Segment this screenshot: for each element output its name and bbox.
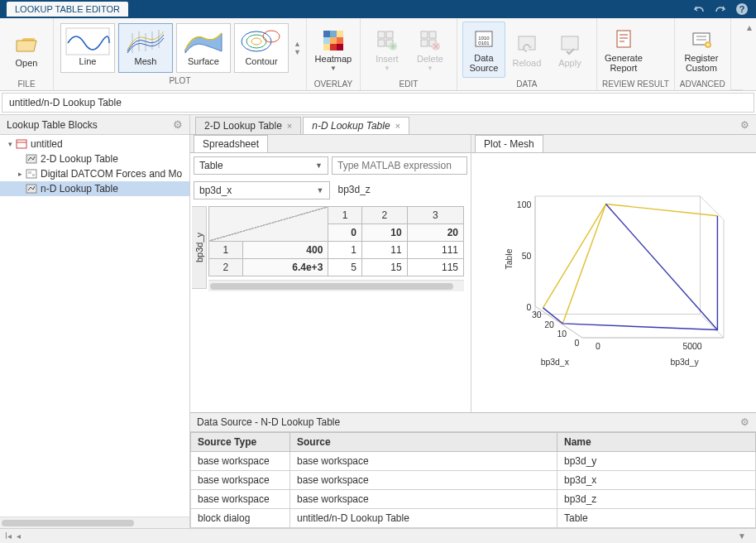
svg-text:20: 20	[544, 320, 554, 329]
svg-rect-18	[378, 40, 385, 46]
plot-contour-button[interactable]: Contour	[234, 23, 289, 73]
delete-button[interactable]: Delete ▼	[409, 22, 452, 78]
insert-button[interactable]: Insert ▼	[366, 22, 409, 78]
col-source[interactable]: Source	[290, 433, 557, 452]
bpy-vertical-tab[interactable]: bp3d_y	[192, 206, 207, 289]
reload-icon	[514, 31, 540, 58]
close-icon[interactable]: ×	[287, 121, 292, 131]
reload-button[interactable]: Reload	[505, 22, 548, 78]
prev-page-icon[interactable]: ◂	[17, 531, 21, 541]
spreadsheet-tab[interactable]: Spreadsheet	[194, 135, 268, 152]
tree-item-nd[interactable]: n-D Lookup Table	[0, 181, 189, 196]
plot-prev-icon[interactable]: ▲	[294, 40, 301, 48]
heatmap-icon	[320, 27, 347, 54]
redo-icon[interactable]	[713, 2, 728, 17]
svg-rect-2	[66, 28, 109, 55]
svg-text:0: 0	[596, 342, 600, 351]
plot-mesh-button[interactable]: Mesh	[118, 23, 173, 73]
table-scrollbar[interactable]	[208, 280, 464, 291]
bpx-select[interactable]: bp3d_x▼	[194, 181, 330, 199]
register-custom-button[interactable]: Register Custom	[680, 22, 723, 78]
plot-line-button[interactable]: Line	[60, 23, 115, 73]
app-title: LOOKUP TABLE EDITOR	[7, 2, 128, 17]
breadcrumb[interactable]: untitled/n-D Lookup Table	[2, 93, 754, 113]
ribbon-collapse-icon[interactable]: ▴	[743, 18, 756, 90]
svg-rect-35	[26, 155, 36, 163]
contour-icon	[238, 26, 285, 56]
left-panel: Lookup Table Blocks ⚙ ▾ untitled 2-D Loo…	[0, 115, 190, 528]
svg-text:5000: 5000	[682, 342, 701, 351]
surface-icon	[180, 26, 227, 56]
svg-rect-31	[617, 31, 630, 47]
svg-text:Table: Table	[505, 248, 514, 269]
first-page-icon[interactable]: I◂	[5, 531, 12, 541]
plot-surface-button[interactable]: Surface	[176, 23, 231, 73]
panel-toggle-icon[interactable]: ▼	[738, 531, 746, 541]
mesh-icon	[122, 26, 169, 56]
gear-icon[interactable]: ⚙	[173, 118, 183, 131]
plot-pane: Plot - Mesh	[471, 135, 756, 412]
mesh-plot[interactable]: 0 50 100 Table 30 20 10 0 bp3d_x	[488, 161, 739, 404]
data-source-icon: 10100101	[471, 26, 497, 53]
tree-item-2d[interactable]: 2-D Lookup Table	[0, 151, 189, 166]
table-row[interactable]: base workspacebase workspacebp3d_z	[191, 490, 756, 509]
group-edit: Insert ▼ Delete ▼ EDIT	[361, 18, 457, 90]
group-data: 10100101 Data Source Reload Apply DATA	[457, 18, 597, 90]
data-source-button[interactable]: 10100101 Data Source	[462, 22, 505, 78]
col-name[interactable]: Name	[557, 433, 756, 452]
tree-item-root[interactable]: ▾ untitled	[0, 137, 189, 151]
table-row[interactable]: base workspacebase workspacebp3d_x	[191, 471, 756, 490]
expand-icon[interactable]: ▸	[15, 170, 25, 178]
svg-text:?: ?	[739, 4, 745, 14]
bpz-label: bp3d_z	[333, 181, 468, 199]
svg-text:10: 10	[557, 329, 567, 339]
plot-next-icon[interactable]: ▼	[294, 48, 301, 56]
chevron-down-icon: ▼	[427, 65, 433, 72]
svg-rect-39	[26, 185, 36, 193]
tab-2d-lookup[interactable]: 2-D Lookup Table×	[195, 117, 301, 134]
expand-icon[interactable]: ▾	[5, 140, 15, 148]
apply-button[interactable]: Apply	[548, 22, 591, 78]
table-select[interactable]: Table▼	[194, 156, 328, 175]
block-icon	[25, 183, 38, 195]
heatmap-button[interactable]: Heatmap ▼	[312, 22, 355, 78]
gear-icon[interactable]: ⚙	[734, 116, 756, 134]
undo-icon[interactable]	[691, 2, 706, 17]
group-advanced: Register Custom ADVANCED	[675, 18, 731, 90]
spreadsheet-pane: Spreadsheet Table▼ bp3d_x▼ bp3d_z bp3d_y…	[190, 135, 471, 412]
tree: ▾ untitled 2-D Lookup Table ▸ Digital DA…	[0, 135, 189, 517]
group-plot: Line Mesh Surface Contour ▲ ▼ PLOT	[54, 18, 307, 90]
delete-icon	[417, 27, 443, 54]
insert-icon	[374, 27, 400, 54]
svg-rect-14	[330, 44, 337, 50]
expression-input[interactable]	[332, 156, 467, 175]
plot-tab[interactable]: Plot - Mesh	[475, 135, 543, 152]
col-source-type[interactable]: Source Type	[191, 433, 290, 452]
table-row[interactable]: base workspacebase workspacebp3d_y	[191, 452, 756, 471]
tree-item-datcom[interactable]: ▸ Digital DATCOM Forces and Mo	[0, 166, 189, 181]
group-file: Open FILE	[0, 18, 54, 90]
svg-text:100: 100	[517, 200, 532, 209]
svg-rect-23	[421, 40, 428, 46]
svg-rect-12	[337, 37, 343, 44]
svg-rect-34	[17, 140, 26, 148]
open-button[interactable]: Open	[5, 22, 48, 78]
tab-nd-lookup[interactable]: n-D Lookup Table×	[303, 117, 409, 134]
svg-point-5	[251, 38, 261, 45]
close-icon[interactable]: ×	[395, 121, 400, 131]
svg-rect-30	[562, 36, 578, 50]
svg-text:30: 30	[532, 310, 542, 320]
apply-icon	[557, 31, 583, 58]
model-icon	[15, 138, 28, 150]
chevron-down-icon: ▼	[330, 65, 337, 72]
svg-text:0: 0	[574, 339, 579, 348]
data-table[interactable]: 123 01020 1400111111 26.4e+3515115	[208, 206, 464, 276]
horizontal-scrollbar[interactable]	[0, 517, 189, 528]
table-row[interactable]: block dialoguntitled/n-D Lookup TableTab…	[191, 509, 756, 528]
help-icon[interactable]: ?	[734, 2, 749, 17]
title-bar: LOOKUP TABLE EDITOR ?	[0, 0, 756, 18]
block-icon	[25, 153, 38, 165]
svg-text:bp3d_x: bp3d_x	[541, 358, 570, 367]
generate-report-button[interactable]: Generate Report	[602, 22, 645, 78]
gear-icon[interactable]: ⚙	[740, 416, 749, 428]
